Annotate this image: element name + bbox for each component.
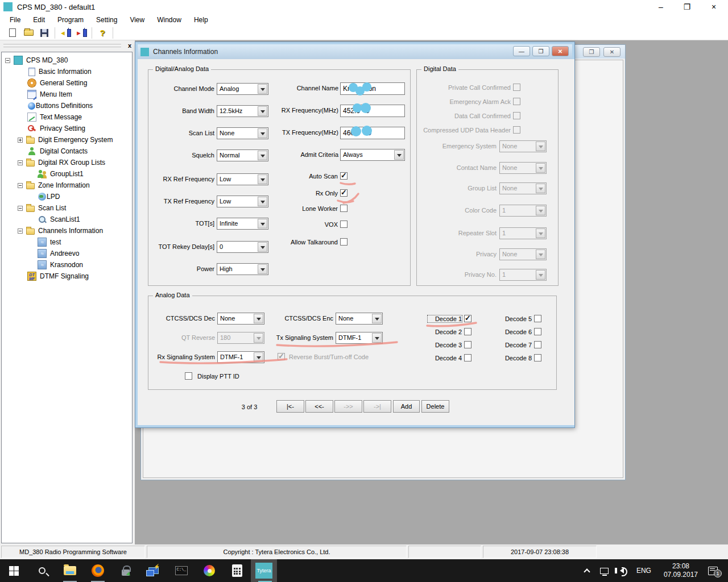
tree-item-lpd[interactable]: LPD (2, 191, 132, 202)
taskbar-calculator[interactable] (223, 559, 251, 582)
rx-ref-frequency-select[interactable]: Low (217, 173, 268, 185)
new-file-button[interactable] (5, 27, 20, 39)
chevron-down-icon[interactable] (372, 333, 382, 343)
chevron-down-icon[interactable] (258, 84, 267, 94)
ctcss-dcs-enc-select[interactable]: None (336, 313, 383, 325)
tree-item-menu-item[interactable]: Menu Item (2, 89, 132, 100)
band-width-select[interactable]: 12.5kHz (217, 105, 268, 117)
chevron-down-icon[interactable] (254, 352, 263, 362)
tray-clock[interactable]: 23:0807.09.2017 (664, 562, 698, 579)
tree-item-digital-rx-group-lists[interactable]: Digital RX Group Lists (2, 157, 132, 168)
chevron-down-icon[interactable] (258, 106, 267, 116)
window-minimize-button[interactable]: – (648, 0, 673, 14)
dialog-titlebar[interactable]: Channels Information (138, 44, 572, 59)
chevron-down-icon[interactable] (372, 314, 382, 323)
taskbar-firefox[interactable] (84, 559, 111, 582)
chevron-down-icon[interactable] (258, 151, 267, 160)
start-button[interactable] (0, 559, 28, 582)
tot-rekey-delay-select[interactable]: 0 (217, 241, 268, 253)
taskbar-search-button[interactable] (28, 559, 56, 582)
taskbar-paint[interactable] (195, 559, 223, 582)
notification-center-icon[interactable]: 1 (708, 567, 718, 575)
collapse-icon[interactable] (18, 228, 23, 234)
collapse-icon[interactable] (18, 206, 23, 211)
tree-item-krasnodon[interactable]: ≈Krasnodon (2, 259, 132, 271)
decode-4-checkbox[interactable] (464, 354, 471, 361)
menu-window[interactable]: Window (151, 15, 188, 25)
decode-1-checkbox[interactable] (464, 315, 471, 322)
taskbar-file-explorer[interactable] (56, 559, 84, 582)
chevron-down-icon[interactable] (258, 174, 267, 184)
grip-handle[interactable] (3, 43, 121, 44)
tree-item-buttons-definitions[interactable]: Buttons Definitions (2, 100, 132, 111)
auto-scan-checkbox[interactable] (340, 172, 348, 180)
read-from-radio-button[interactable]: ◄ (57, 27, 73, 39)
menu-file[interactable]: File (3, 15, 27, 25)
taskbar-terminal[interactable]: C:\_ (167, 559, 195, 582)
window-close-button[interactable]: × (701, 0, 726, 14)
decode-6-checkbox[interactable] (534, 328, 541, 335)
tree-item-general-setting[interactable]: General Setting (2, 77, 132, 89)
decode-2-checkbox[interactable] (464, 328, 471, 335)
chevron-down-icon[interactable] (258, 264, 267, 274)
collapse-icon[interactable] (5, 58, 10, 63)
rx-only-checkbox[interactable] (340, 189, 348, 197)
channel-mode-select[interactable]: Analog (217, 83, 268, 95)
tray-chevron-up-icon[interactable] (584, 568, 590, 575)
power-select[interactable]: High (217, 263, 268, 275)
menu-edit[interactable]: Edit (27, 15, 51, 25)
tree-item-basic-information[interactable]: Basic Information (2, 66, 132, 77)
background-restore-button[interactable]: ❐ (583, 47, 600, 57)
collapse-icon[interactable] (18, 183, 23, 188)
first-record-button[interactable]: |<- (276, 400, 304, 413)
help-button[interactable]: ? (94, 27, 110, 39)
expand-icon[interactable] (18, 138, 23, 143)
speaker-icon[interactable] (617, 568, 624, 573)
tree-item-cps-md380[interactable]: CPS MD_380 (2, 55, 132, 66)
chevron-down-icon[interactable] (258, 197, 267, 206)
tree-item-digital-contacts[interactable]: Digital Contacts (2, 146, 132, 157)
menu-program[interactable]: Program (51, 15, 90, 25)
ctcss-dcs-dec-select[interactable]: None (217, 313, 264, 325)
decode-7-checkbox[interactable] (534, 341, 541, 348)
language-indicator[interactable]: ENG (636, 567, 651, 575)
tree-item-grouplist1[interactable]: GroupList1 (2, 168, 132, 180)
write-to-radio-button[interactable]: ► (73, 27, 89, 39)
menu-setting[interactable]: Setting (90, 15, 123, 25)
grip-handle[interactable] (3, 46, 121, 47)
tx-ref-frequency-select[interactable]: Low (217, 196, 268, 207)
tree-item-privacy-setting[interactable]: Privacy Setting (2, 123, 132, 134)
add-button[interactable]: Add (393, 400, 420, 413)
allow-talkaround-checkbox[interactable] (340, 238, 348, 246)
chevron-down-icon[interactable] (394, 150, 404, 160)
tx-frequency-input[interactable]: 460.6 50 (340, 127, 405, 139)
taskbar-tytera-active[interactable]: Tytera (251, 559, 277, 582)
tree-item-scanlist1[interactable]: ScanList1 (2, 214, 132, 225)
tx-signaling-system-select[interactable]: DTMF-1 (336, 332, 383, 344)
open-file-button[interactable] (20, 27, 36, 39)
decode-5-checkbox[interactable] (534, 315, 541, 322)
chevron-down-icon[interactable] (258, 128, 267, 138)
rx-signaling-system-select[interactable]: DTMF-1 (217, 351, 264, 363)
sidebar-close-icon[interactable]: x (128, 42, 131, 49)
previous-record-button[interactable]: <<- (305, 400, 333, 413)
save-file-button[interactable] (36, 27, 52, 39)
tree-item-andreevo[interactable]: ≈Andreevo (2, 248, 132, 259)
tree-item-digit-emergency-system[interactable]: Digit Emergency System (2, 134, 132, 146)
tree-item-channels-information[interactable]: Channels Information (2, 225, 132, 236)
chevron-down-icon[interactable] (258, 242, 267, 252)
dialog-close-button[interactable]: ✕ (552, 46, 569, 56)
decode-3-checkbox[interactable] (464, 341, 471, 348)
delete-button[interactable]: Delete (421, 400, 449, 413)
taskbar-lock-app[interactable] (111, 559, 139, 582)
tree-item-scan-list[interactable]: Scan List (2, 202, 132, 214)
display-ptt-id-checkbox[interactable] (185, 372, 192, 380)
rx-frequency-input[interactable]: 452.6 0 (340, 105, 405, 117)
tree-item-zone-information[interactable]: Zone Information (2, 180, 132, 191)
chevron-down-icon[interactable] (258, 219, 267, 228)
tree-item-text-message[interactable]: Text Message (2, 111, 132, 123)
decode-8-checkbox[interactable] (534, 354, 541, 361)
tot-select[interactable]: Infinite (217, 218, 268, 230)
taskbar-remote-desktop[interactable] (139, 559, 167, 582)
network-icon[interactable] (600, 568, 609, 574)
